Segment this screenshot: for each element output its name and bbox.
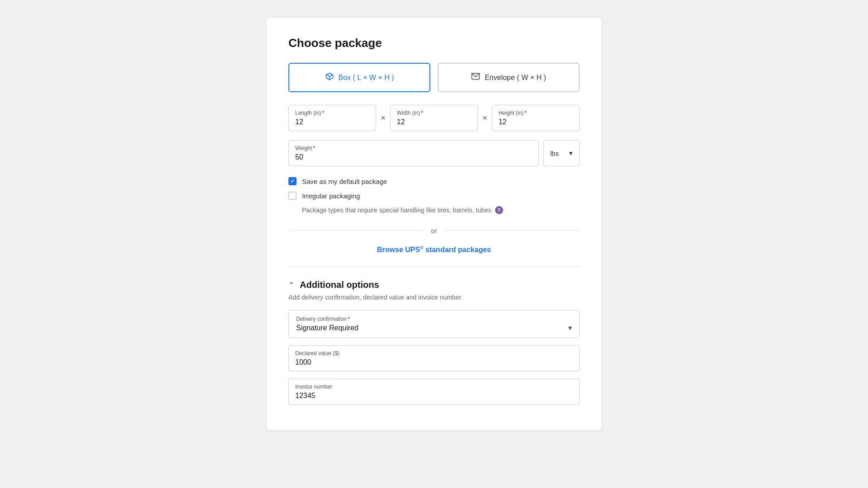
width-field[interactable]: Width (in)* 12 [390, 105, 478, 131]
page-title: Choose package [288, 36, 580, 50]
help-icon[interactable]: ? [495, 206, 503, 214]
browse-link-text-after: standard packages [424, 246, 491, 253]
ups-registered-mark: ® [420, 245, 423, 250]
dim-separator-1: × [376, 113, 390, 123]
delivery-confirmation-arrow-icon: ▾ [568, 324, 572, 332]
weight-unit-dropdown[interactable]: lbs ▾ [543, 140, 580, 166]
delivery-confirmation-dropdown[interactable]: Delivery confirmation* Signature Require… [288, 310, 580, 338]
declared-value-field[interactable]: Declared value ($) 1000 [288, 345, 580, 371]
additional-options-title: Additional options [300, 280, 379, 290]
default-package-row: Save as my default package [288, 177, 580, 185]
box-icon [325, 72, 334, 83]
dim-separator-2: × [478, 113, 492, 123]
weight-label: Weight* [295, 145, 532, 151]
default-package-checkbox[interactable] [288, 177, 297, 185]
delivery-confirmation-label: Delivery confirmation* [296, 316, 568, 322]
irregular-description: Package types that require special handl… [302, 206, 580, 214]
irregular-packaging-label: Irregular packaging [302, 192, 360, 200]
weight-row: Weight* 50 lbs ▾ [288, 140, 580, 166]
length-value[interactable]: 12 [295, 118, 369, 126]
additional-options-section: ⌃ Additional options Add delivery confir… [288, 280, 580, 405]
or-text: or [431, 227, 437, 235]
weight-value[interactable]: 50 [295, 153, 532, 161]
weight-unit-value: lbs [550, 150, 559, 157]
irregular-description-text: Package types that require special handl… [302, 206, 491, 214]
invoice-number-value[interactable]: 12345 [295, 392, 573, 400]
section-chevron-icon[interactable]: ⌃ [288, 281, 294, 289]
box-type-button[interactable]: Box ( L × W × H ) [288, 63, 430, 92]
delivery-confirmation-required: * [348, 316, 350, 322]
box-type-label: Box ( L × W × H ) [339, 74, 394, 82]
declared-value-label: Declared value ($) [295, 350, 573, 357]
envelope-type-label: Envelope ( W × H ) [485, 74, 546, 82]
additional-options-description: Add delivery confirmation, declared valu… [288, 294, 580, 301]
height-label: Height (in)* [499, 110, 573, 116]
width-required: * [421, 110, 423, 116]
delivery-confirmation-content: Delivery confirmation* Signature Require… [296, 316, 568, 332]
delivery-confirmation-value: Signature Required [296, 324, 568, 332]
irregular-packaging-checkbox[interactable] [288, 192, 297, 200]
dimensions-row: Length (in)* 12 × Width (in)* 12 × Heigh… [288, 105, 580, 131]
package-type-selector: Box ( L × W × H ) Envelope ( W × H ) [288, 63, 580, 92]
irregular-packaging-row: Irregular packaging [288, 192, 580, 200]
default-package-label: Save as my default package [302, 178, 387, 185]
width-label: Width (in)* [397, 110, 471, 116]
envelope-type-button[interactable]: Envelope ( W × H ) [438, 63, 580, 92]
weight-unit-chevron-icon: ▾ [569, 149, 573, 157]
height-field[interactable]: Height (in)* 12 [492, 105, 580, 131]
browse-link-row: Browse UPS® standard packages [288, 245, 580, 267]
invoice-number-label: Invoice number [295, 384, 573, 390]
invoice-number-field[interactable]: Invoice number 12345 [288, 379, 580, 405]
length-label: Length (in)* [295, 110, 369, 116]
or-divider: or [288, 227, 580, 235]
declared-value-value[interactable]: 1000 [295, 358, 573, 366]
browse-link-text-before: Browse UPS [377, 246, 420, 253]
height-value[interactable]: 12 [499, 118, 573, 126]
length-required: * [322, 110, 324, 116]
additional-options-header: ⌃ Additional options [288, 280, 580, 290]
weight-required: * [313, 145, 315, 151]
browse-ups-link[interactable]: Browse UPS® standard packages [377, 246, 491, 253]
length-field[interactable]: Length (in)* 12 [288, 105, 376, 131]
weight-field[interactable]: Weight* 50 [288, 140, 539, 166]
height-required: * [524, 110, 527, 116]
width-value[interactable]: 12 [397, 118, 471, 126]
envelope-icon [471, 72, 480, 83]
